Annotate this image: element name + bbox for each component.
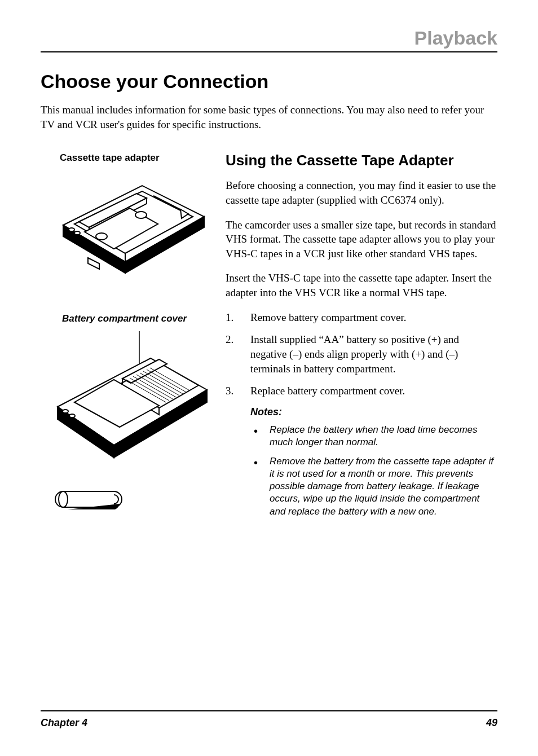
battery-compartment-icon [41,328,210,514]
svg-point-32 [63,410,68,413]
figure-column: Cassette tape adapter Battery compar [41,152,210,524]
notes-heading: Notes: [250,406,497,418]
body-paragraph-1: Before choosing a connection, you may fi… [226,178,497,207]
svg-point-33 [69,414,75,417]
body-paragraph-2: The camcorder uses a smaller size tape, … [226,218,497,261]
body-paragraph-3: Insert the VHS-C tape into the cassette … [226,271,497,300]
list-item: Replace the battery when the load time b… [250,424,497,449]
page-footer: Chapter 4 49 [41,710,497,729]
cassette-tape-adapter-icon [41,169,210,282]
list-item: Remove battery compartment cover. [226,310,497,325]
subsection-heading: Using the Cassette Tape Adapter [226,152,497,169]
steps-list: Remove battery compartment cover. Instal… [226,310,497,398]
svg-point-11 [74,231,80,235]
list-item: Install supplied “AA” battery so positiv… [226,332,497,376]
header-rule: Playback [41,27,497,52]
figure-1-label: Cassette tape adapter [41,152,210,164]
list-item: Replace battery compartment cover. [226,384,497,398]
page-number: 49 [486,717,497,729]
svg-point-34 [59,491,68,507]
chapter-label: Chapter 4 [41,717,87,729]
svg-marker-14 [88,258,99,269]
svg-point-10 [69,228,74,231]
figure-2-label: Battery compartment cover [41,313,210,324]
list-item: Remove the battery from the cassette tap… [250,455,497,517]
section-name: Playback [41,27,497,49]
content-columns: Cassette tape adapter Battery compar [41,152,497,524]
notes-list: Replace the battery when the load time b… [250,424,497,518]
text-column: Using the Cassette Tape Adapter Before c… [226,152,497,524]
intro-paragraph: This manual includes information for som… [41,103,497,131]
svg-point-9 [135,212,147,218]
page-title: Choose your Connection [41,71,497,93]
svg-point-8 [96,233,107,240]
